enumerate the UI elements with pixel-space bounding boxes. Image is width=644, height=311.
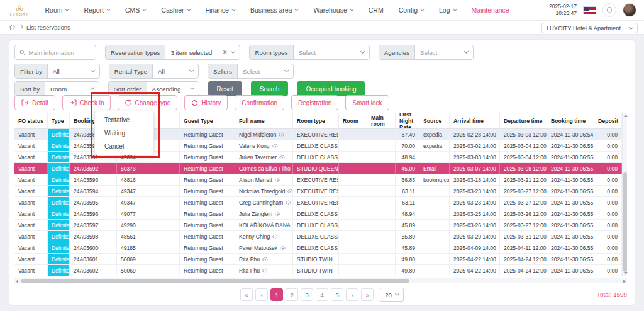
nav-item-warehouse[interactable]: Warehouse <box>313 6 353 14</box>
room-types-select[interactable]: Select <box>294 45 369 59</box>
cell-first_night_rate: 45.89 <box>396 220 419 231</box>
cell-fo_status: Vacant <box>14 129 48 140</box>
history-button[interactable]: History <box>184 95 228 110</box>
occupied-booking-button[interactable]: Occupied booking <box>297 81 365 96</box>
search-button[interactable]: Search <box>251 81 289 96</box>
cell-source: expedia <box>419 140 450 152</box>
column-header-room: Room <box>339 113 367 128</box>
dropdown-item-waiting[interactable]: Waiting <box>95 127 153 140</box>
table-row[interactable]: VacantDefinite24A0359549347Returning Gue… <box>14 197 627 208</box>
topbar-right: 2025-02-17 10:25:47 <box>549 3 636 17</box>
nav-item-finance[interactable]: Finance <box>206 6 235 14</box>
table-row[interactable]: VacantDefinite24A0360250069Returning Gue… <box>14 265 627 276</box>
nav-item-maintenance[interactable]: Maintenance <box>472 6 509 14</box>
column-header-first_night_rate: First Night Rate <box>396 113 419 128</box>
scroll-left-arrow-icon[interactable] <box>16 280 18 283</box>
cloud-upload-icon[interactable] <box>272 143 279 149</box>
table-row[interactable]: VacantDefinite24A0359348816Returning Gue… <box>14 174 627 186</box>
change-type-button[interactable]: Change type <box>118 95 177 110</box>
table-row[interactable]: VacantDefinite24A0359848561Returning Gue… <box>14 231 627 242</box>
detail-button[interactable]: Detail <box>14 95 55 110</box>
page-size-select[interactable]: 20 <box>380 288 404 302</box>
nav-item-log[interactable]: Log <box>439 6 457 14</box>
home-icon[interactable] <box>9 24 16 31</box>
cloud-upload-icon[interactable] <box>275 177 281 183</box>
smart-lock-button[interactable]: Smart lock <box>345 95 389 110</box>
pagination-page-3[interactable]: 3 <box>301 288 313 301</box>
agencies-select[interactable]: Select <box>415 45 473 59</box>
nav-item-business-area[interactable]: Business area <box>250 6 299 14</box>
notifications-button[interactable] <box>602 3 616 17</box>
cloud-upload-icon[interactable] <box>279 132 285 137</box>
table-row[interactable]: VacantDefinite24A0359250373Returning Gue… <box>14 163 627 174</box>
cell-type: Definite <box>48 265 70 276</box>
table-row[interactable]: VacantDefinite24A0359649077Returning Gue… <box>14 208 627 220</box>
language-flag-us-icon[interactable] <box>583 6 596 14</box>
cloud-upload-icon[interactable] <box>286 200 292 205</box>
cell-room_type: DELUXE CLASSIC <box>293 140 339 152</box>
nav-item-cms[interactable]: CMS <box>125 6 146 14</box>
main-information-search[interactable] <box>14 45 96 60</box>
sellers-filter: Sellers Select <box>208 64 294 79</box>
registration-button[interactable]: Registration <box>291 95 338 110</box>
dropdown-item-tentative[interactable]: Tentative <box>95 113 153 127</box>
cell-room <box>339 242 367 254</box>
pagination-last-button[interactable]: » <box>361 288 374 301</box>
cell-ref_code: 48816 <box>117 174 180 186</box>
cell-booking_time: 2024-11-30 06:54 <box>547 129 594 140</box>
cloud-upload-icon[interactable] <box>279 154 286 160</box>
search-input[interactable] <box>29 49 91 56</box>
horizontal-scrollbar[interactable] <box>14 278 627 283</box>
cloud-upload-icon[interactable] <box>275 211 281 217</box>
table-row[interactable]: VacantDefinite24A0360150069Returning Gue… <box>14 254 627 265</box>
pagination-page-4[interactable]: 4 <box>316 288 328 301</box>
cell-arrival_time: 2025-04-22 14:00 <box>450 254 500 265</box>
user-avatar[interactable] <box>623 3 636 17</box>
clear-icon[interactable]: ✕ <box>223 49 228 55</box>
sort-order-select[interactable]: Ascending <box>147 82 199 96</box>
nav-item-cashier[interactable]: Cashier <box>161 6 190 14</box>
sellers-select[interactable]: Select <box>238 64 293 78</box>
cell-room <box>339 140 367 152</box>
cloud-upload-icon[interactable] <box>280 245 286 251</box>
scroll-up-arrow-icon[interactable] <box>624 115 628 117</box>
scroll-down-arrow-icon[interactable] <box>624 272 628 274</box>
pagination-next-button[interactable]: › <box>346 288 358 301</box>
pagination-page-2[interactable]: 2 <box>286 288 298 301</box>
pagination-prev-button[interactable]: ‹ <box>255 288 268 301</box>
table-row[interactable]: VacantDefinite24A0360049185Returning Gue… <box>14 242 627 254</box>
sort-by-select[interactable]: Room <box>45 82 99 96</box>
reset-button[interactable]: Reset <box>208 81 242 96</box>
horizontal-scrollbar-thumb[interactable] <box>21 279 409 283</box>
cloud-upload-icon[interactable] <box>262 256 269 262</box>
pagination-page-5[interactable]: 5 <box>331 288 343 301</box>
hotel-selector[interactable]: LUXCITY Hotel & Apartment <box>541 23 638 33</box>
table-row[interactable]: VacantDefinite24A0359449347Returning Gue… <box>14 186 627 197</box>
cloud-upload-icon[interactable] <box>262 268 269 273</box>
cell-source <box>419 242 450 254</box>
cell-booking_time: 2024-11-30 06:55 <box>547 208 594 220</box>
breadcrumb-page[interactable]: List reservations <box>26 24 70 31</box>
luxcity-logo[interactable]: LUXCITY <box>10 4 28 16</box>
nav-item-crm[interactable]: CRM <box>369 6 384 14</box>
vertical-scrollbar-thumb[interactable] <box>623 172 627 272</box>
nav-item-room[interactable]: Room <box>45 6 69 14</box>
scroll-right-arrow-icon[interactable] <box>623 280 626 283</box>
check-in-button[interactable]: Check in <box>62 95 111 110</box>
table-row[interactable]: VacantDefinite24A0359749290Returning Gue… <box>14 220 627 231</box>
confirmation-button[interactable]: Confirmation <box>235 95 284 110</box>
pagination-first-button[interactable]: « <box>240 288 253 301</box>
filter-by-select[interactable]: All <box>48 64 99 78</box>
nav-item-report[interactable]: Report <box>84 6 110 14</box>
cloud-upload-icon[interactable] <box>272 234 279 239</box>
reservation-types-select[interactable]: 3 item selected ✕ <box>165 45 240 59</box>
pagination-page-1[interactable]: 1 <box>270 288 283 301</box>
cell-departure_time: 2025-03-03 12:00 <box>500 129 547 140</box>
cell-room <box>339 186 367 197</box>
nav-item-config[interactable]: Config <box>399 6 424 14</box>
vertical-scrollbar[interactable] <box>622 113 627 276</box>
cloud-upload-icon[interactable] <box>287 188 293 194</box>
chevron-down-icon <box>420 7 425 11</box>
dropdown-item-cancel[interactable]: Cancel <box>95 140 153 153</box>
rental-type-select[interactable]: All <box>153 64 198 78</box>
